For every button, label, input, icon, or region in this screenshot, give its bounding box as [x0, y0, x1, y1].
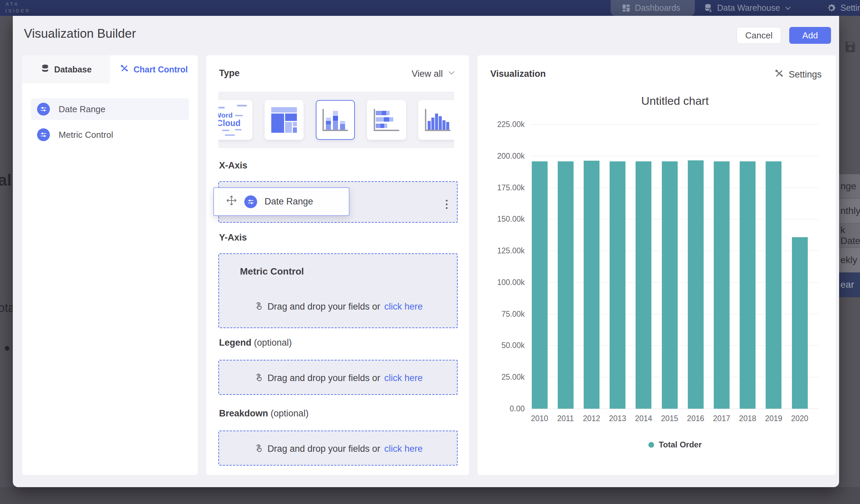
logo-line-2: ISIDER	[5, 8, 30, 14]
metric-control-label: Metric Control	[240, 266, 304, 277]
visualization-panel: Visualization Settings Untitled chart To…	[477, 55, 836, 475]
y-axis-dropzone[interactable]: Metric Control Drag and drop your fields…	[218, 253, 458, 328]
word-cloud-word: Word	[218, 112, 232, 119]
chart-bar-2019	[766, 161, 782, 409]
y-axis-tick-label: 150.00k	[477, 215, 525, 224]
click-here-link[interactable]: click here	[384, 373, 422, 384]
background-text-fragment: ota	[0, 301, 13, 315]
field-item-metric-control[interactable]: Metric Control	[31, 124, 189, 146]
top-nav: ATA ISIDER Dashboards Data Warehouse Set…	[0, 0, 860, 16]
nav-item-dashboards[interactable]: Dashboards	[621, 0, 680, 16]
add-button[interactable]: Add	[789, 27, 831, 44]
chart-bar-2018	[740, 161, 756, 409]
chart-type-word-cloud[interactable]: Word Cloud	[218, 100, 253, 140]
background-menu-item: nthly	[839, 199, 860, 224]
chart-type-stacked-column-selected[interactable]	[316, 100, 355, 140]
background-menu-item-selected: ear	[839, 273, 860, 297]
chart-settings-button[interactable]: Settings	[774, 69, 821, 81]
dropzone-hint-text: Drag and drop your fields or	[268, 444, 381, 454]
tab-chart-control-label: Chart Control	[133, 65, 188, 74]
chart-type-column[interactable]	[418, 100, 454, 140]
settings-tools-icon	[774, 69, 784, 81]
background-menu-item: ekly	[839, 248, 860, 273]
database-warehouse-icon	[704, 3, 713, 13]
dimmed-page-right-strip: nge nthly k Date ekly ear	[839, 16, 860, 487]
legend-dropzone[interactable]: Drag and drop your fields or click here	[218, 360, 458, 395]
database-icon	[41, 64, 49, 75]
legend-optional-label: (optional)	[254, 337, 292, 348]
breakdown-heading: Breakdown (optional)	[219, 408, 309, 419]
dragged-field-card-date-range[interactable]: Date Range	[213, 187, 349, 216]
gridline	[531, 156, 819, 156]
breakdown-heading-label: Breakdown	[219, 408, 268, 418]
type-heading: Type	[219, 68, 240, 78]
y-axis-tick-label: 175.00k	[477, 183, 525, 192]
builder-panel: Type View all Word Cloud	[206, 55, 469, 475]
field-item-label: Date Range	[59, 104, 105, 115]
sliders-icon	[37, 128, 50, 141]
view-all-label: View all	[412, 69, 443, 79]
legend-marker-icon	[648, 442, 654, 448]
chart-bar-2010	[532, 161, 548, 409]
chart-type-stacked-bar[interactable]	[367, 100, 406, 140]
tap-icon	[254, 372, 263, 385]
chart-bar-2020	[792, 237, 808, 409]
chart-bar-2015	[662, 161, 678, 409]
nav-label-dashboards: Dashboards	[635, 3, 680, 13]
background-menu-item: k Date	[839, 224, 860, 248]
click-here-link[interactable]: click here	[384, 444, 422, 454]
y-axis-tick-label: 200.00k	[477, 152, 525, 161]
gear-icon	[826, 3, 836, 13]
chart-bar-2013	[610, 161, 626, 409]
tap-icon	[254, 301, 263, 313]
legend-heading-label: Legend	[219, 337, 252, 348]
breakdown-optional-label: (optional)	[271, 408, 309, 418]
settings-label: Settings	[789, 69, 821, 80]
y-axis-tick-label: 100.00k	[477, 278, 525, 287]
view-all-dropdown[interactable]: View all	[412, 69, 456, 79]
modal-title: Visualization Builder	[24, 27, 136, 41]
field-item-date-range[interactable]: Date Range	[31, 98, 189, 120]
tab-database[interactable]: Database	[22, 55, 110, 84]
chart-title: Untitled chart	[531, 94, 819, 107]
x-axis-tick-label: 2020	[785, 414, 815, 423]
nav-label-settings: Settings	[841, 3, 860, 13]
chart-bar-2014	[635, 161, 651, 409]
y-axis-tick-label: 225.00k	[477, 120, 525, 129]
sliders-icon	[244, 196, 257, 208]
kebab-menu-icon[interactable]	[441, 198, 452, 211]
legend-series-label: Total Order	[659, 440, 702, 449]
breakdown-dropzone[interactable]: Drag and drop your fields or click here	[218, 431, 458, 465]
background-bullet	[5, 346, 10, 351]
tap-icon	[254, 443, 263, 455]
legend-heading: Legend (optional)	[219, 337, 292, 348]
dimmed-page-left-strip: al ota	[0, 16, 13, 487]
nav-item-data-warehouse[interactable]: Data Warehouse	[704, 0, 792, 16]
fields-panel: Database Chart Control Date Range	[22, 55, 198, 475]
app-logo: ATA ISIDER	[5, 1, 30, 14]
visualization-heading: Visualization	[490, 69, 546, 79]
background-menu-item: nge	[839, 174, 860, 199]
click-here-link[interactable]: click here	[384, 302, 422, 312]
tab-chart-control[interactable]: Chart Control	[110, 55, 198, 84]
chart-legend: Total Order	[531, 440, 819, 449]
chart-bar-2011	[558, 161, 574, 409]
gridline	[531, 409, 819, 409]
cancel-button[interactable]: Cancel	[737, 27, 781, 44]
y-axis-tick-label: 0.00	[477, 404, 525, 413]
chart-bar-2012	[584, 161, 600, 409]
gridline	[531, 124, 819, 125]
background-dropdown-menu: nge nthly k Date ekly ear	[839, 174, 860, 297]
y-axis-tick-label: 25.00k	[477, 373, 525, 382]
logo-line-1: ATA	[5, 1, 30, 8]
word-cloud-word: Cloud	[218, 119, 241, 127]
nav-item-settings[interactable]: Settings	[826, 0, 860, 16]
dropzone-hint-text: Drag and drop your fields or	[268, 373, 381, 384]
x-axis-heading: X-Axis	[219, 160, 247, 171]
background-text-fragment: al	[0, 171, 12, 189]
screen: ATA ISIDER Dashboards Data Warehouse Set…	[0, 0, 860, 504]
dimmed-page-bottom-strip	[0, 487, 860, 504]
sliders-icon	[37, 103, 50, 116]
chart-type-treemap[interactable]	[264, 100, 304, 140]
y-axis-tick-label: 50.00k	[477, 341, 525, 350]
